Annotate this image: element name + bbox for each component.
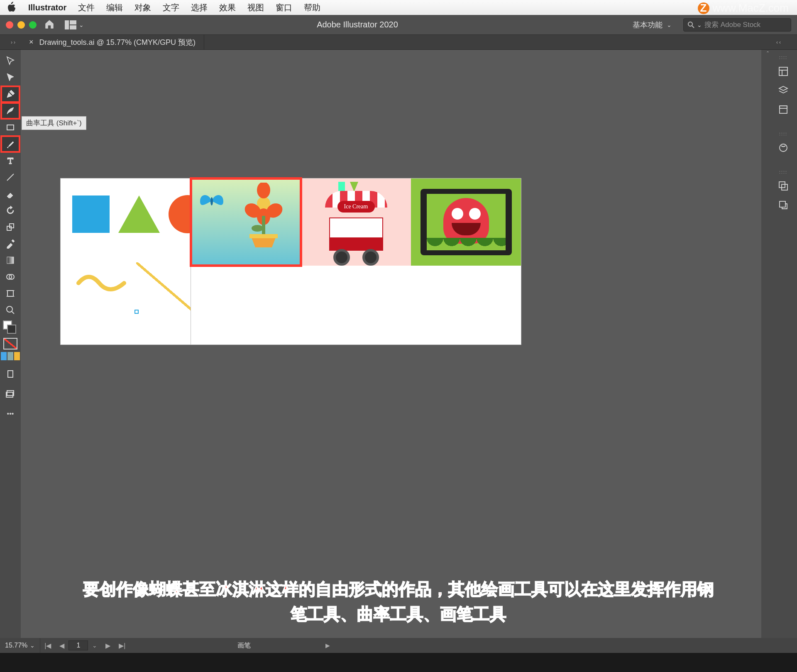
appearance-panel-icon[interactable] xyxy=(774,139,793,156)
line-segment-tool[interactable] xyxy=(1,169,20,185)
anchor-point-icon xyxy=(134,310,139,314)
properties-panel-icon[interactable] xyxy=(774,63,793,80)
collapse-right-icon[interactable]: ‹‹ xyxy=(772,39,793,45)
svg-point-29 xyxy=(252,225,263,232)
watermark: Z www.MacZ.com xyxy=(698,2,789,15)
screen-mode-icon[interactable] xyxy=(1,386,20,402)
watermark-badge: Z xyxy=(698,2,709,14)
close-tab-icon[interactable]: × xyxy=(29,38,34,46)
last-artboard-button[interactable]: ▶| xyxy=(115,642,130,650)
svg-point-20 xyxy=(210,197,213,205)
thumbnail-monster xyxy=(411,178,521,266)
artboard-illustrations: Ice Cream xyxy=(191,178,521,345)
svg-point-36 xyxy=(780,144,787,152)
asset-export-panel-icon[interactable] xyxy=(774,178,793,194)
svg-line-16 xyxy=(12,311,14,314)
panel-grip-icon[interactable]: :::: xyxy=(779,131,787,136)
svg-line-6 xyxy=(7,174,14,181)
artboard-tool[interactable] xyxy=(1,286,20,301)
direct-selection-tool[interactable] xyxy=(1,70,20,86)
panel-grip-icon[interactable]: :::: xyxy=(779,55,787,60)
panel-grip-icon[interactable]: :::: xyxy=(779,169,787,174)
scroll-up-icon[interactable]: ˆ xyxy=(767,51,769,57)
menu-view[interactable]: 视图 xyxy=(247,2,264,13)
close-window-button[interactable] xyxy=(6,21,13,29)
artboards-panel-icon[interactable] xyxy=(774,197,793,213)
mac-menubar: Illustrator 文件 编辑 对象 文字 选择 效果 视图 窗口 帮助 xyxy=(0,0,797,15)
zoom-level-dropdown[interactable]: 15.77% ⌄ xyxy=(0,638,40,653)
menu-select[interactable]: 选择 xyxy=(191,2,208,13)
search-adobe-stock-input[interactable]: ⌄ 搜索 Adobe Stock xyxy=(683,18,791,32)
gradient-tool[interactable] xyxy=(1,252,20,268)
svg-rect-0 xyxy=(65,20,69,29)
fill-stroke-swatch[interactable] xyxy=(1,319,20,335)
menu-file[interactable]: 文件 xyxy=(78,2,95,13)
svg-rect-5 xyxy=(7,125,14,130)
chevron-down-icon: ⌄ xyxy=(697,22,702,28)
vertical-scrollbar[interactable] xyxy=(761,50,770,638)
curvature-tool[interactable] xyxy=(1,103,20,119)
document-tab-strip: ›› × Drawing_tools.ai @ 15.77% (CMYK/GPU… xyxy=(0,35,797,50)
first-artboard-button[interactable]: |◀ xyxy=(40,642,55,650)
navigate-right-icon[interactable]: ▶ xyxy=(325,642,330,649)
menu-effect[interactable]: 效果 xyxy=(219,2,236,13)
caption-line-1: 要创作像蝴蝶甚至冰淇淋这样的自由形式的作品，其他绘画工具可以在这里发挥作用钢 xyxy=(25,577,772,601)
menu-help[interactable]: 帮助 xyxy=(304,2,320,13)
color-mode-row[interactable] xyxy=(1,352,20,360)
svg-rect-31 xyxy=(779,67,787,76)
blue-square-shape xyxy=(72,195,110,233)
tablet-frame-icon xyxy=(421,189,512,255)
layers-panel-icon[interactable] xyxy=(774,82,793,99)
rectangle-tool[interactable] xyxy=(1,120,20,135)
icecream-sign-label: Ice Cream xyxy=(337,201,375,213)
document-tab[interactable]: × Drawing_tools.ai @ 15.77% (CMYK/GPU 预览… xyxy=(21,35,204,49)
next-artboard-button[interactable]: ▶ xyxy=(101,642,115,650)
svg-line-4 xyxy=(692,26,694,28)
document-tab-label: Drawing_tools.ai @ 15.77% (CMYK/GPU 预览) xyxy=(39,37,196,47)
watermark-text: www.MacZ.com xyxy=(713,2,789,15)
app-title: Adobe Illustrator 2020 xyxy=(94,20,621,29)
collapse-left-icon[interactable]: ›› xyxy=(0,39,21,45)
menu-type[interactable]: 文字 xyxy=(163,2,179,13)
arrange-documents-dropdown[interactable]: ⌄ xyxy=(62,20,86,30)
artboard-dropdown[interactable]: ⌄ xyxy=(88,642,101,649)
caption-line-2: 笔工具、曲率工具、画笔工具 xyxy=(25,601,772,626)
svg-rect-17 xyxy=(8,371,13,377)
selection-tool[interactable] xyxy=(1,53,20,69)
none-swatch[interactable] xyxy=(3,338,17,349)
artboard-number-input[interactable]: 1 xyxy=(68,640,88,650)
bottom-bar xyxy=(0,653,797,672)
right-panel-dock: :::: :::: :::: xyxy=(770,50,797,638)
shape-builder-tool[interactable] xyxy=(1,269,20,285)
zoom-window-button[interactable] xyxy=(29,21,37,29)
workspace-dropdown[interactable]: 基本功能 ⌄ xyxy=(628,20,676,30)
type-tool[interactable] xyxy=(1,153,20,169)
eraser-tool[interactable] xyxy=(1,186,20,202)
artboard-name-label: 画笔 xyxy=(237,641,251,650)
svg-rect-12 xyxy=(7,291,13,296)
scale-tool[interactable] xyxy=(1,219,20,235)
monster-icon xyxy=(443,198,489,244)
menu-window[interactable]: 窗口 xyxy=(276,2,292,13)
prev-artboard-button[interactable]: ◀ xyxy=(55,642,68,650)
canvas[interactable]: ˆ xyxy=(21,50,770,638)
paintbrush-tool[interactable] xyxy=(1,136,20,152)
workspace-label: 基本功能 xyxy=(633,20,663,30)
menubar-app-name[interactable]: Illustrator xyxy=(28,3,66,12)
svg-rect-39 xyxy=(780,201,785,207)
minimize-window-button[interactable] xyxy=(17,21,25,29)
tutorial-caption: 要创作像蝴蝶甚至冰淇淋这样的自由形式的作品，其他绘画工具可以在这里发挥作用钢 笔… xyxy=(25,577,772,626)
home-icon[interactable] xyxy=(44,19,55,31)
zoom-tool[interactable] xyxy=(1,302,20,318)
edit-toolbar-icon[interactable]: ••• xyxy=(1,406,20,422)
flower-icon xyxy=(239,183,288,251)
menu-edit[interactable]: 编辑 xyxy=(106,2,123,13)
libraries-panel-icon[interactable] xyxy=(774,101,793,118)
menu-object[interactable]: 对象 xyxy=(134,2,151,13)
draw-mode-icon[interactable] xyxy=(1,366,20,382)
rotate-tool[interactable] xyxy=(1,203,20,218)
pen-tool[interactable] xyxy=(1,86,20,102)
eyedropper-tool[interactable] xyxy=(1,236,20,252)
green-triangle-shape xyxy=(118,195,160,233)
yellow-curve-path xyxy=(76,271,130,297)
